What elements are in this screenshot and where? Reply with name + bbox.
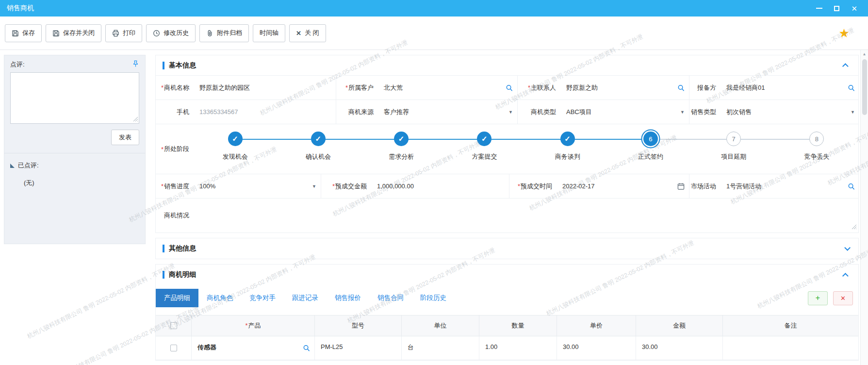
cell-product[interactable]: 传感器 <box>192 336 315 360</box>
stage-name: 需求分析 <box>389 152 414 161</box>
search-icon[interactable] <box>677 84 685 91</box>
search-icon[interactable] <box>848 182 855 190</box>
row-checkbox[interactable] <box>170 345 177 351</box>
window-controls: ✕ <box>816 5 861 12</box>
collapse-button[interactable] <box>841 269 852 281</box>
timeline-button[interactable]: 时间轴 <box>253 24 285 42</box>
attachment-archive-button[interactable]: 附件归档 <box>199 24 249 42</box>
tab-product-detail[interactable]: 产品明细 <box>156 289 198 307</box>
mobile-field[interactable]: 13365334567 <box>194 100 336 124</box>
stage-item: ✓ 方案提交 <box>443 132 526 174</box>
label-text: 商机类型 <box>531 108 556 116</box>
pin-icon[interactable] <box>132 60 139 69</box>
stage-done-dot[interactable]: ✓ <box>477 132 491 146</box>
cell-price[interactable]: 30.00 <box>557 336 636 360</box>
situation-field[interactable] <box>194 199 858 232</box>
chevron-down-icon[interactable]: ▼ <box>508 110 513 115</box>
progress-select[interactable]: 100% ▼ <box>194 174 321 198</box>
table-row: 传感器 PM-L25 台 1.00 30.00 30.00 <box>156 336 858 360</box>
reseller-field[interactable]: 我是经销商01 <box>721 76 859 100</box>
source-select[interactable]: 客户推荐 ▼ <box>378 100 518 124</box>
favorite-star-icon[interactable]: ★ <box>839 27 850 39</box>
header-model: 型号 <box>315 315 402 336</box>
header-amount: 金额 <box>636 315 723 336</box>
stage-number: 7 <box>732 135 736 143</box>
section-basic-info: 基本信息 *商机名称 野原新之助的园区 *所属客户 北大荒 *主联系人 野原新之… <box>155 55 859 233</box>
field-value: 100% <box>199 182 215 190</box>
expected-date-field[interactable]: 2022-02-17 <box>557 174 689 198</box>
cell-note[interactable] <box>723 336 858 360</box>
stage-item: ✓ 发现机会 <box>194 132 277 174</box>
chevron-down-icon[interactable]: ▼ <box>851 110 855 115</box>
stage-done-dot[interactable]: ✓ <box>228 132 243 146</box>
comment-input[interactable] <box>10 72 139 124</box>
publish-row: 发表 <box>10 130 139 145</box>
search-icon[interactable] <box>848 84 855 91</box>
label-text: 所属客户 <box>348 83 374 92</box>
tab-competitors[interactable]: 竞争对手 <box>241 289 284 307</box>
close-icon[interactable]: ✕ <box>851 5 857 12</box>
type-select[interactable]: ABC项目 ▼ <box>560 100 689 124</box>
contact-field[interactable]: 野原新之助 <box>560 76 689 100</box>
stage-current-dot[interactable]: 6 <box>643 132 658 146</box>
vertical-scrollbar[interactable]: ▲ <box>860 50 868 365</box>
plus-icon: + <box>816 294 820 302</box>
select-all-checkbox[interactable] <box>170 322 177 329</box>
table-header-row: *产品 型号 单位 数量 单价 金额 备注 <box>156 315 858 336</box>
stage-done-dot[interactable]: ✓ <box>560 132 575 146</box>
titlebar: 销售商机 ✕ <box>0 0 868 17</box>
close-form-button[interactable]: ✕ 关 闭 <box>289 24 326 42</box>
detail-tabs: 产品明细 商机角色 竞争对手 跟进记录 销售报价 销售合同 阶段历史 + ✕ <box>156 289 858 307</box>
expand-button[interactable] <box>841 243 852 254</box>
campaign-field[interactable]: 1号营销活动 <box>721 174 859 198</box>
cell-model[interactable]: PM-L25 <box>315 336 402 360</box>
required-mark: * <box>345 84 348 91</box>
publish-button[interactable]: 发表 <box>111 130 139 145</box>
edit-history-button[interactable]: 修改历史 <box>146 24 196 42</box>
chevron-down-icon[interactable]: ▼ <box>312 184 316 189</box>
name-label: *商机名称 <box>156 76 194 100</box>
cell-unit[interactable]: 台 <box>402 336 479 360</box>
tab-sales-contracts[interactable]: 销售合同 <box>369 289 412 307</box>
print-button[interactable]: 打印 <box>105 24 142 42</box>
field-value: 野原新之助的园区 <box>199 83 250 92</box>
field-value: 13365334567 <box>199 108 238 116</box>
expected-amount-field[interactable]: 1,000,000.00 <box>371 174 509 198</box>
cell-qty[interactable]: 1.00 <box>479 336 557 360</box>
minimize-icon[interactable] <box>816 8 822 9</box>
tab-sales-quotes[interactable]: 销售报价 <box>327 289 369 307</box>
stage-todo-dot[interactable]: 8 <box>809 132 824 146</box>
stage-done-dot[interactable]: ✓ <box>311 132 326 146</box>
progress-label: *销售进度 <box>156 174 194 198</box>
stage-item: 7 项目延期 <box>692 132 775 174</box>
chevron-down-icon[interactable]: ▼ <box>680 110 685 115</box>
stage-label: *所处阶段 <box>156 124 194 174</box>
section-accent-bar <box>163 62 164 69</box>
section-other-title: 其他信息 <box>169 244 196 253</box>
stage-done-dot[interactable]: ✓ <box>394 132 409 146</box>
comment-panel-header: 点评: <box>10 60 139 69</box>
scrollbar-thumb[interactable] <box>862 59 867 115</box>
comment-box-wrap <box>10 72 139 125</box>
tab-stage-history[interactable]: 阶段历史 <box>412 289 455 307</box>
stage-todo-dot[interactable]: 7 <box>726 132 741 146</box>
scroll-up-icon[interactable]: ▲ <box>861 50 868 58</box>
chevron-down-icon <box>844 245 851 251</box>
search-icon[interactable] <box>506 84 513 91</box>
delete-row-button[interactable]: ✕ <box>833 291 853 305</box>
stage-item: ✓ 确认机会 <box>277 132 360 174</box>
customer-field[interactable]: 北大荒 <box>378 76 518 100</box>
resize-grip-icon[interactable] <box>851 224 857 231</box>
maximize-icon[interactable] <box>834 6 839 11</box>
name-field[interactable]: 野原新之助的园区 <box>194 76 336 100</box>
search-icon[interactable] <box>303 345 310 352</box>
tab-follow-up-records[interactable]: 跟进记录 <box>284 289 327 307</box>
collapse-button[interactable] <box>841 60 852 71</box>
sales-type-select[interactable]: 初次销售 ▼ <box>721 100 859 124</box>
tab-opportunity-roles[interactable]: 商机角色 <box>198 289 241 307</box>
situation-row: 商机情况 <box>156 199 858 232</box>
save-and-close-button[interactable]: 保存并关闭 <box>46 24 101 42</box>
calendar-icon[interactable] <box>677 182 685 190</box>
save-button[interactable]: 保存 <box>5 24 42 42</box>
add-row-button[interactable]: + <box>808 291 828 305</box>
